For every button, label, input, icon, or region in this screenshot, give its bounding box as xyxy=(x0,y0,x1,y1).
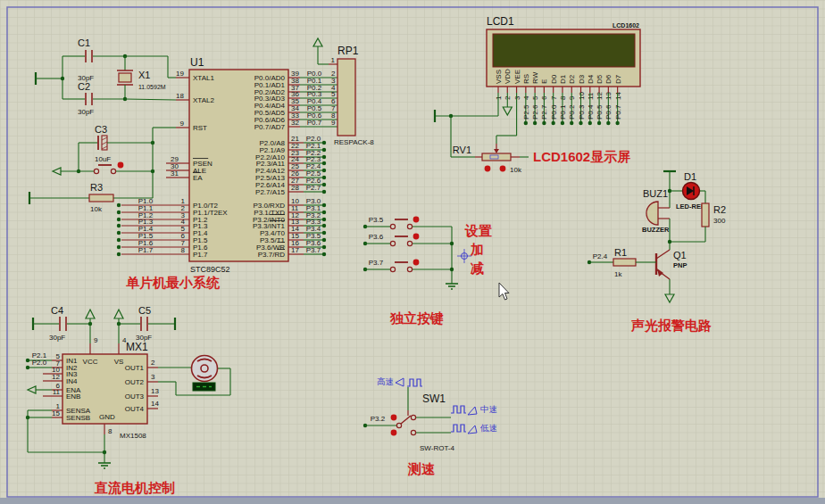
pot-decrease-button[interactable] xyxy=(485,166,491,172)
junction-dot xyxy=(597,121,601,125)
sw1-part: SW-ROT-4 xyxy=(420,444,455,452)
junction-dot xyxy=(322,218,326,221)
lcd-pin-name: D5 xyxy=(596,74,604,84)
lcd-part: LCD1602 xyxy=(612,22,639,29)
net-label: P0.7 xyxy=(307,119,322,127)
push-button-actuator[interactable] xyxy=(413,217,420,223)
net-label: P0.2 xyxy=(568,104,576,120)
c4-value: 30pF xyxy=(49,334,65,342)
alarm-title: 声光报警电路 xyxy=(630,318,712,333)
lcd-pin-name: D6 xyxy=(604,74,612,84)
junction-dot xyxy=(117,238,121,242)
lcd-pin-name: D0 xyxy=(550,74,558,84)
net-label: P3.7 xyxy=(369,259,384,267)
lcd-pin-name: D3 xyxy=(578,74,586,84)
pin-name: OUT2 xyxy=(125,378,145,386)
junction-dot xyxy=(561,121,564,125)
pin-number: 15 xyxy=(52,409,60,417)
net-label: P3.2 xyxy=(371,415,386,423)
switch-actuator-up[interactable] xyxy=(391,415,397,421)
rp1-part: RESPACK-8 xyxy=(334,138,374,146)
pin-number: 31 xyxy=(171,169,179,178)
junction-dot xyxy=(322,148,326,152)
pin-number: 32 xyxy=(291,119,299,127)
pin-number: 12 xyxy=(52,373,60,381)
junction-dot xyxy=(322,141,326,145)
junction-dot xyxy=(117,252,121,256)
schematic-editor-canvas: C1 30pF X1 11.0592M C2 30pF xyxy=(0,0,825,504)
pin-number: 11 xyxy=(53,388,61,396)
c5-ref: C5 xyxy=(138,305,151,316)
junction-dot xyxy=(26,366,29,369)
rp1-pin-number: 9 xyxy=(331,119,336,127)
lcd-pin-name: VDD xyxy=(504,69,512,84)
lcd-title: LCD1602显示屏 xyxy=(533,149,630,164)
pin-name: P2.7/A15 xyxy=(255,188,285,196)
r3-ref: R3 xyxy=(90,182,103,193)
pin-name: GND xyxy=(99,413,115,421)
push-button-actuator[interactable] xyxy=(118,162,124,169)
rp1-pin1-number: 1 xyxy=(331,56,336,64)
net-label: P0.5 xyxy=(596,104,604,120)
junction-dot xyxy=(606,121,610,125)
push-button-actuator[interactable] xyxy=(413,234,420,240)
rp1-ref: RP1 xyxy=(338,45,359,57)
lcd-pin-name: E xyxy=(540,79,548,84)
pot-increase-button[interactable] xyxy=(500,166,506,172)
junction-dot xyxy=(117,231,121,235)
mcu-title: 单片机最小系统 xyxy=(126,275,221,290)
junction-dot xyxy=(322,169,326,172)
buz1-part: BUZZER xyxy=(642,226,670,234)
pin-number: 17 xyxy=(291,246,299,254)
lcd-pin-name: VSS xyxy=(495,70,503,84)
junction-dot xyxy=(570,121,573,125)
lcd-pin-name: D4 xyxy=(587,74,595,84)
net-label: P3.7 xyxy=(306,246,321,254)
c2-value: 30pF xyxy=(78,108,94,116)
pin-name: OUT1 xyxy=(125,364,145,372)
button-terminal xyxy=(407,241,412,245)
lcd-pin-name: VEE xyxy=(513,70,521,84)
c4-ref: C4 xyxy=(51,305,63,316)
lcd-pin-name: D7 xyxy=(614,74,622,84)
net-label: P3.6 xyxy=(369,233,384,241)
pin-number: 8 xyxy=(108,427,112,435)
pin-name: EA xyxy=(193,174,203,182)
lcd-pin-name: D1 xyxy=(559,74,567,84)
speed-title: 测速 xyxy=(407,461,436,476)
junction-dot xyxy=(533,121,537,125)
r2-ref: R2 xyxy=(713,204,726,215)
net-label: P0.3 xyxy=(578,104,586,120)
pin-name: SENSB xyxy=(66,414,90,422)
button-terminal xyxy=(390,241,395,245)
lcd-pin-name: RS xyxy=(522,74,530,84)
dc-motor[interactable] xyxy=(192,356,218,392)
junction-dot xyxy=(322,245,326,249)
junction-dot xyxy=(322,183,326,186)
pin-name: XTAL1 xyxy=(193,74,214,82)
rv1-ref: RV1 xyxy=(453,145,471,155)
net-label: P3.5 xyxy=(369,216,384,224)
switch-actuator-down[interactable] xyxy=(391,430,397,436)
speed-label-low: 低速 xyxy=(479,423,497,433)
junction-dot xyxy=(322,190,326,194)
junction-dot xyxy=(322,238,326,242)
c3-value: 10uF xyxy=(95,155,111,163)
push-button-actuator[interactable] xyxy=(413,260,420,266)
junction-dot xyxy=(117,245,121,249)
pin-number: 3 xyxy=(151,373,155,381)
net-label: P2.4 xyxy=(593,252,608,260)
rp1-body[interactable] xyxy=(338,59,355,136)
junction-dot xyxy=(322,155,326,159)
r2-value: 300 xyxy=(713,217,726,225)
junction-dot xyxy=(322,203,326,207)
junction-dot xyxy=(588,121,592,125)
schematic-canvas: C1 30pF X1 11.0592M C2 30pF xyxy=(0,0,825,504)
key-action-label: 加 xyxy=(470,242,484,257)
c3-ref: C3 xyxy=(95,124,107,135)
pin-number: 9 xyxy=(180,120,185,128)
mx1-part: MX1508 xyxy=(120,432,146,440)
speed-label-mid: 中速 xyxy=(480,404,497,414)
junction-dot xyxy=(117,203,121,207)
pin-number: 18 xyxy=(176,92,184,100)
